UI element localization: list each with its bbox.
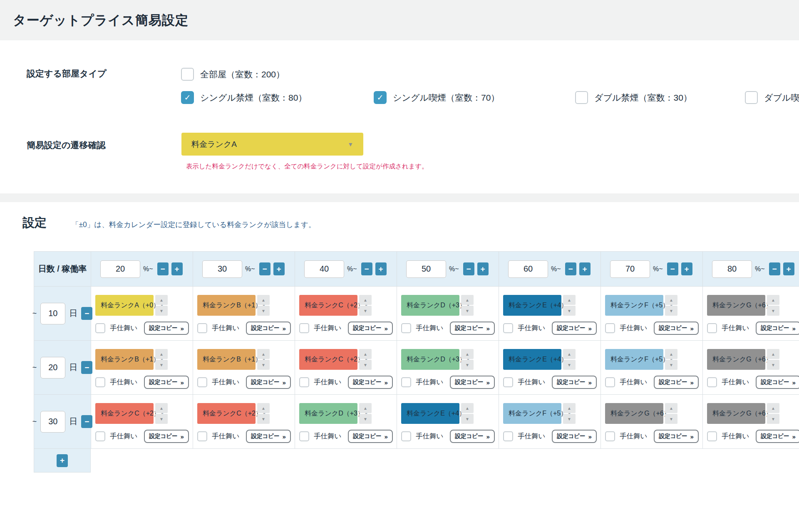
spin-down-button[interactable]: ▼	[257, 306, 270, 316]
rank-dropdown[interactable]: 料金ランクB（+1）▼	[197, 295, 256, 316]
copy-settings-button[interactable]: 設定コピー»	[756, 322, 799, 335]
copy-settings-button[interactable]: 設定コピー»	[450, 322, 494, 335]
checkbox-unchecked-icon[interactable]	[95, 377, 105, 387]
checkbox-unchecked-icon[interactable]	[95, 431, 105, 441]
rank-dropdown[interactable]: 料金ランクC（+2）▼	[299, 295, 357, 316]
checkbox-unchecked-icon[interactable]	[503, 431, 513, 441]
occupancy-input[interactable]	[202, 260, 242, 278]
spin-down-button[interactable]: ▼	[563, 414, 576, 424]
checkbox-unchecked-icon[interactable]	[503, 377, 513, 387]
increase-occupancy-button[interactable]: +	[477, 262, 489, 275]
rank-dropdown[interactable]: 料金ランクE（+4）▼	[503, 295, 561, 316]
rank-dropdown[interactable]: 料金ランクF（+5）▼	[503, 403, 561, 424]
spin-up-button[interactable]: ▲	[359, 349, 372, 359]
copy-settings-button[interactable]: 設定コピー»	[756, 430, 799, 443]
checkbox-unchecked-icon[interactable]	[197, 323, 207, 333]
room-type-option[interactable]: ✓シングル喫煙（室数：70）	[374, 91, 499, 104]
copy-settings-button[interactable]: 設定コピー»	[144, 376, 189, 389]
rank-dropdown[interactable]: 料金ランクF（+5）▼	[605, 349, 663, 370]
room-type-option[interactable]: 全部屋（室数：200）	[181, 68, 285, 81]
copy-settings-button[interactable]: 設定コピー»	[348, 322, 392, 335]
rank-dropdown[interactable]: 料金ランクG（+6）▼	[707, 403, 765, 424]
checkbox-unchecked-icon[interactable]	[575, 91, 588, 104]
copy-settings-button[interactable]: 設定コピー»	[552, 376, 596, 389]
rank-dropdown[interactable]: 料金ランクD（+3）▼	[299, 403, 357, 424]
rank-dropdown[interactable]: 料金ランクE（+4）▼	[401, 403, 459, 424]
spin-up-button[interactable]: ▲	[155, 403, 168, 413]
spin-down-button[interactable]: ▼	[563, 360, 576, 370]
spin-up-button[interactable]: ▲	[257, 295, 270, 305]
spin-down-button[interactable]: ▼	[155, 306, 168, 316]
increase-occupancy-button[interactable]: +	[171, 262, 183, 275]
checkbox-unchecked-icon[interactable]	[299, 431, 309, 441]
spin-up-button[interactable]: ▲	[665, 349, 677, 359]
occupancy-input[interactable]	[100, 260, 140, 278]
checkbox-unchecked-icon[interactable]	[299, 377, 309, 387]
spin-down-button[interactable]: ▼	[665, 306, 677, 316]
spin-down-button[interactable]: ▼	[257, 414, 270, 424]
spin-up-button[interactable]: ▲	[359, 295, 372, 305]
checkbox-unchecked-icon[interactable]	[299, 323, 309, 333]
checkbox-unchecked-icon[interactable]	[503, 323, 513, 333]
spin-down-button[interactable]: ▼	[155, 414, 168, 424]
checkbox-unchecked-icon[interactable]	[401, 431, 411, 441]
spin-up-button[interactable]: ▲	[665, 295, 677, 305]
copy-settings-button[interactable]: 設定コピー»	[348, 430, 392, 443]
checkbox-unchecked-icon[interactable]	[605, 377, 615, 387]
spin-up-button[interactable]: ▲	[461, 349, 474, 359]
decrease-occupancy-button[interactable]: −	[463, 262, 474, 275]
rank-dropdown[interactable]: 料金ランクD（+3）▼	[401, 349, 459, 370]
spin-down-button[interactable]: ▼	[359, 360, 372, 370]
decrease-occupancy-button[interactable]: −	[565, 262, 576, 275]
copy-settings-button[interactable]: 設定コピー»	[246, 376, 290, 389]
checkbox-unchecked-icon[interactable]	[745, 91, 758, 104]
spin-down-button[interactable]: ▼	[155, 360, 168, 370]
decrease-occupancy-button[interactable]: −	[259, 262, 270, 275]
spin-down-button[interactable]: ▼	[563, 306, 576, 316]
copy-settings-button[interactable]: 設定コピー»	[450, 376, 494, 389]
add-row-button[interactable]: +	[57, 454, 68, 467]
copy-settings-button[interactable]: 設定コピー»	[450, 430, 494, 443]
spin-up-button[interactable]: ▲	[563, 403, 576, 413]
copy-settings-button[interactable]: 設定コピー»	[654, 376, 698, 389]
spin-down-button[interactable]: ▼	[257, 360, 270, 370]
copy-settings-button[interactable]: 設定コピー»	[552, 322, 596, 335]
spin-down-button[interactable]: ▼	[767, 306, 779, 316]
spin-up-button[interactable]: ▲	[155, 295, 168, 305]
rank-dropdown[interactable]: 料金ランクG（+6）▼	[707, 295, 765, 316]
room-type-option[interactable]: ダブル禁煙（室数：30）	[575, 91, 692, 104]
rank-dropdown[interactable]: 料金ランクC（+2）▼	[95, 403, 154, 424]
spin-up-button[interactable]: ▲	[461, 295, 474, 305]
checkbox-unchecked-icon[interactable]	[707, 323, 717, 333]
rank-dropdown[interactable]: 料金ランクF（+5）▼	[605, 295, 663, 316]
copy-settings-button[interactable]: 設定コピー»	[348, 376, 392, 389]
spin-up-button[interactable]: ▲	[257, 349, 270, 359]
spin-up-button[interactable]: ▲	[563, 295, 576, 305]
checkbox-unchecked-icon[interactable]	[401, 377, 411, 387]
spin-down-button[interactable]: ▼	[461, 414, 474, 424]
checkbox-unchecked-icon[interactable]	[401, 323, 411, 333]
rank-dropdown[interactable]: 料金ランクG（+6）▼	[605, 403, 663, 424]
rank-dropdown[interactable]: 料金ランクB（+1）▼	[197, 349, 256, 370]
increase-occupancy-button[interactable]: +	[273, 262, 285, 275]
spin-up-button[interactable]: ▲	[359, 403, 372, 413]
spin-up-button[interactable]: ▲	[155, 349, 168, 359]
checkbox-checked-icon[interactable]: ✓	[181, 91, 194, 104]
rank-dropdown[interactable]: 料金ランクG（+6）▼	[707, 349, 765, 370]
occupancy-input[interactable]	[304, 260, 344, 278]
checkbox-unchecked-icon[interactable]	[605, 431, 615, 441]
increase-occupancy-button[interactable]: +	[579, 262, 591, 275]
rank-dropdown[interactable]: 料金ランクA（+0）▼	[95, 295, 154, 316]
occupancy-input[interactable]	[508, 260, 548, 278]
spin-up-button[interactable]: ▲	[461, 403, 474, 413]
spin-up-button[interactable]: ▲	[563, 349, 576, 359]
copy-settings-button[interactable]: 設定コピー»	[756, 376, 799, 389]
checkbox-unchecked-icon[interactable]	[707, 377, 717, 387]
copy-settings-button[interactable]: 設定コピー»	[246, 322, 290, 335]
increase-occupancy-button[interactable]: +	[681, 262, 692, 275]
spin-down-button[interactable]: ▼	[767, 414, 779, 424]
decrease-occupancy-button[interactable]: −	[361, 262, 372, 275]
room-type-option[interactable]: ダブル喫煙	[745, 91, 799, 104]
occupancy-input[interactable]	[406, 260, 446, 278]
spin-down-button[interactable]: ▼	[359, 306, 372, 316]
